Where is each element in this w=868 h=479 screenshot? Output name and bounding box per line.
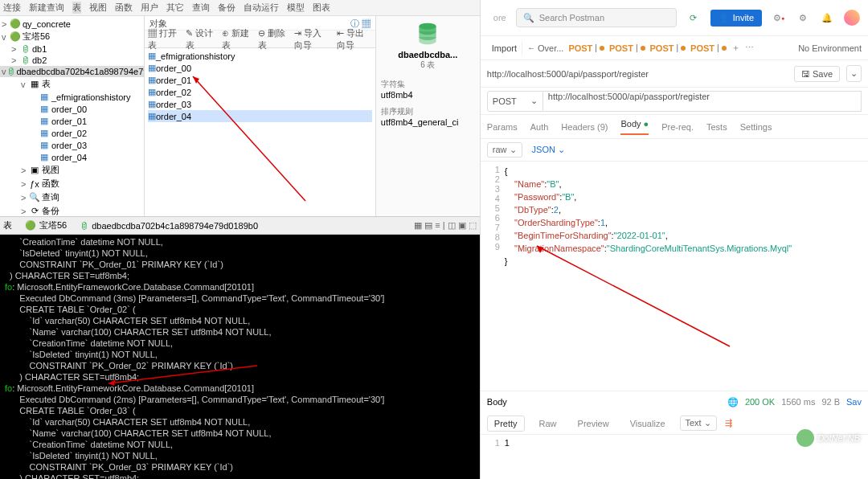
resp-tab[interactable]: Pretty bbox=[487, 416, 525, 432]
tree-node[interactable]: >ƒx函数 bbox=[0, 177, 144, 190]
tab-req-2[interactable]: POST | bbox=[609, 43, 645, 53]
menu-item[interactable]: 查询 bbox=[192, 2, 210, 14]
object-panel: 对象 ⓘ ▦ ▦ 打开表✎ 设计表⊕ 新建表⊖ 删除表⇥ 导入向导⇤ 导出向导 … bbox=[145, 16, 375, 216]
toolbar-button[interactable]: ⊕ 新建表 bbox=[222, 27, 250, 51]
tree-node[interactable]: >▣视图 bbox=[0, 163, 144, 177]
save-menu[interactable]: ⌄ bbox=[846, 65, 862, 82]
menu-item[interactable]: 视图 bbox=[89, 2, 107, 14]
tab-req-1[interactable]: POST | bbox=[568, 43, 604, 53]
table-row[interactable]: ▦ order_01 bbox=[148, 74, 372, 86]
table-row[interactable]: ▦ order_03 bbox=[148, 98, 372, 110]
import-button[interactable]: Import bbox=[487, 42, 522, 55]
tree-node[interactable]: v▦表 bbox=[0, 77, 144, 91]
search-input[interactable]: 🔍 Search Postman bbox=[516, 8, 677, 27]
tree-node[interactable]: ▦order_03 bbox=[0, 139, 144, 151]
method-select[interactable]: POST ⌄ bbox=[487, 91, 543, 112]
tree-node[interactable]: >🟢qy_concrete bbox=[0, 18, 144, 30]
subtab[interactable]: Settings bbox=[740, 122, 772, 132]
subtab[interactable]: Pre-req. bbox=[661, 122, 694, 132]
menu-item[interactable]: 函数 bbox=[115, 2, 133, 14]
search-icon: 🔍 bbox=[523, 13, 534, 23]
url-input[interactable]: http://localhost:5000/api/passport/regis… bbox=[543, 91, 862, 112]
menu-item[interactable]: 其它 bbox=[166, 2, 184, 14]
tree-node[interactable]: >🛢db1 bbox=[0, 43, 144, 55]
body-editor[interactable]: 123456789 { "Name":"B", "Password":"B", … bbox=[481, 162, 868, 391]
tab-label: 表 bbox=[3, 219, 12, 231]
avatar[interactable] bbox=[844, 10, 860, 26]
tree-node[interactable]: v🛢dbaedbcdba702b4c1a898794e79d0189 bbox=[0, 66, 144, 77]
body-mode-select[interactable]: raw ⌄ bbox=[487, 142, 522, 158]
toolbar-button[interactable]: ⇥ 导入向导 bbox=[294, 27, 330, 51]
tab-menu[interactable]: ⋯ bbox=[745, 43, 754, 53]
tree-node[interactable]: ▦order_01 bbox=[0, 115, 144, 127]
menu-item[interactable]: 图表 bbox=[313, 2, 330, 14]
table-row[interactable]: ▦ order_02 bbox=[148, 86, 372, 98]
wrap-icon[interactable]: ⇶ bbox=[725, 418, 732, 428]
response-panel: Body 🌐 200 OK 1560 ms 92 B Sav PrettyRaw… bbox=[481, 391, 868, 479]
crumb-db[interactable]: dbaedbcdba702b4c1a898794e79d0189b0 bbox=[92, 221, 258, 231]
tab-req-4[interactable]: POST | bbox=[690, 43, 727, 53]
menu-item[interactable]: 用户 bbox=[141, 2, 158, 14]
menu-item[interactable]: 自动运行 bbox=[244, 2, 279, 14]
tab-overview[interactable]: ← Over... bbox=[527, 43, 563, 53]
sql-console[interactable]: `CreationTime` datetime NOT NULL, `IsDel… bbox=[0, 235, 480, 479]
body-lang-select[interactable]: JSON ⌄ bbox=[532, 145, 565, 155]
tree-node[interactable]: ▦_efmigrationshistory bbox=[0, 91, 144, 103]
table-row[interactable]: ▦ order_04 bbox=[148, 110, 372, 122]
resp-tab[interactable]: Preview bbox=[571, 416, 616, 431]
sync-icon[interactable]: ⟳ bbox=[686, 10, 701, 25]
menu-item[interactable]: 新建查询 bbox=[29, 2, 64, 14]
tree-node[interactable]: v🟢宝塔56 bbox=[0, 30, 144, 43]
globe-icon[interactable]: 🌐 bbox=[727, 397, 739, 407]
toolbar-button[interactable]: ▦ 打开表 bbox=[148, 27, 178, 51]
tree-node[interactable]: >🔍查询 bbox=[0, 190, 144, 204]
env-selector[interactable]: No Environment bbox=[798, 43, 862, 53]
tree-node[interactable]: ▦order_00 bbox=[0, 103, 144, 115]
resp-tab[interactable]: Raw bbox=[533, 416, 563, 431]
subtab[interactable]: Auth bbox=[530, 122, 549, 132]
database-icon bbox=[415, 21, 440, 47]
status-code: 200 OK bbox=[745, 397, 775, 407]
response-body: 1 bbox=[505, 438, 510, 476]
menu-item[interactable]: 备份 bbox=[218, 2, 235, 14]
notifications-icon[interactable]: ⚙● bbox=[772, 10, 786, 25]
subtab[interactable]: Tests bbox=[706, 122, 727, 132]
menu-item[interactable]: 模型 bbox=[287, 2, 305, 14]
annotation-arrow-2 bbox=[104, 359, 265, 391]
settings-icon[interactable]: ⚙ bbox=[796, 10, 810, 25]
menu-item[interactable]: 表 bbox=[72, 2, 81, 14]
save-response[interactable]: Sav bbox=[846, 397, 862, 407]
subtab[interactable]: Headers (9) bbox=[561, 122, 608, 132]
toolbar-button[interactable]: ✎ 设计表 bbox=[186, 27, 214, 51]
tab-req-3[interactable]: POST | bbox=[650, 43, 686, 53]
toolbar-button[interactable]: ⇤ 导出向导 bbox=[337, 27, 372, 51]
bell-icon[interactable]: 🔔 bbox=[820, 10, 834, 25]
subtab[interactable]: Params bbox=[487, 122, 518, 132]
table-list[interactable]: ▦ _efmigrationshistory▦ order_00▦ order_… bbox=[145, 48, 375, 216]
toolbar-button[interactable]: ⊖ 删除表 bbox=[258, 27, 286, 51]
tree-node[interactable]: >⟳备份 bbox=[0, 204, 144, 216]
resp-time: 1560 ms bbox=[781, 397, 815, 407]
request-subtabs[interactable]: ParamsAuthHeaders (9)Body ●Pre-req.Tests… bbox=[481, 115, 868, 139]
subtab[interactable]: Body ● bbox=[620, 119, 649, 135]
table-row[interactable]: ▦ order_00 bbox=[148, 62, 372, 74]
tree-node[interactable]: ▦order_04 bbox=[0, 151, 144, 163]
resp-tab[interactable]: Visualize bbox=[624, 416, 672, 431]
menu-item[interactable]: 连接 bbox=[3, 2, 21, 14]
table-row[interactable]: ▦ _efmigrationshistory bbox=[148, 50, 372, 62]
invite-button[interactable]: 👤 Invite bbox=[710, 10, 762, 27]
resp-size: 92 B bbox=[821, 397, 840, 407]
tree-node[interactable]: ▦order_02 bbox=[0, 127, 144, 139]
svg-marker-4 bbox=[108, 379, 116, 386]
collation-label: 排序规则 bbox=[381, 106, 475, 117]
response-body-label[interactable]: Body bbox=[487, 397, 507, 407]
table-toolbar[interactable]: ▦ 打开表✎ 设计表⊕ 新建表⊖ 删除表⇥ 导入向导⇤ 导出向导 bbox=[145, 31, 375, 48]
tree-node[interactable]: >🛢db2 bbox=[0, 55, 144, 66]
menubar[interactable]: 连接新建查询表视图函数用户其它查询备份自动运行模型图表 bbox=[0, 0, 480, 16]
crumb-server[interactable]: 宝塔56 bbox=[39, 219, 67, 231]
resp-type-select[interactable]: Text ⌄ bbox=[680, 416, 717, 431]
charset-value: utf8mb4 bbox=[381, 90, 475, 100]
save-button[interactable]: 🖫 Save bbox=[794, 66, 840, 82]
db-tree[interactable]: >🟢qy_concretev🟢宝塔56>🛢db1>🛢db2v🛢dbaedbcdb… bbox=[0, 16, 145, 216]
new-tab-button[interactable]: ＋ bbox=[731, 42, 740, 54]
